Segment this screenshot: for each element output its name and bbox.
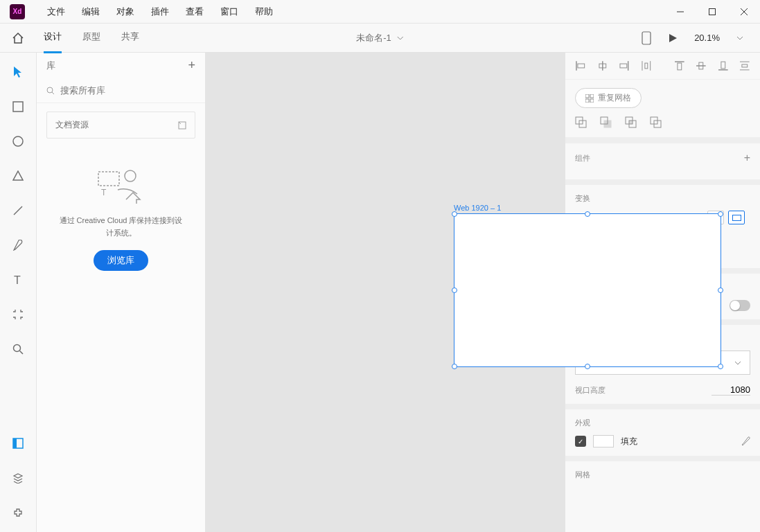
document-assets-button[interactable]: 文档资源 [46, 112, 195, 139]
svg-point-13 [47, 87, 53, 93]
subtract-icon[interactable] [600, 116, 612, 129]
repeat-grid-icon [585, 94, 594, 103]
back-icon [178, 121, 186, 130]
appearance-label: 外观 [575, 418, 590, 428]
document-title[interactable]: 未命名-1 [356, 32, 404, 44]
minimize-button[interactable] [664, 0, 696, 24]
eyedropper-icon[interactable] [741, 436, 750, 446]
zoom-value[interactable]: 20.1% [694, 33, 720, 43]
layers-panel-button[interactable] [10, 470, 26, 486]
library-panel: 库 + 文档资源 T 通过 Creative Cloud 库保持连接到设计系统。… [37, 53, 206, 532]
fill-checkbox[interactable]: ✓ [575, 436, 586, 447]
polygon-tool[interactable] [10, 168, 26, 184]
device-preview-icon[interactable] [642, 31, 651, 45]
boolean-ops [575, 116, 750, 129]
play-icon[interactable] [668, 33, 678, 43]
resize-handle-br[interactable] [718, 364, 723, 369]
resize-handle-tr[interactable] [718, 211, 723, 217]
menu-file[interactable]: 文件 [47, 6, 65, 18]
responsive-toggle[interactable] [730, 300, 750, 311]
svg-rect-1 [709, 8, 716, 15]
exclude-icon[interactable] [650, 116, 662, 129]
menu-edit[interactable]: 编辑 [82, 6, 100, 18]
tab-design[interactable]: 设计 [44, 22, 62, 53]
menu-plugins[interactable]: 插件 [151, 6, 169, 18]
distribute-v-icon[interactable] [739, 60, 750, 72]
appearance-section: 外观 ✓ 填充 [565, 404, 760, 456]
ellipse-tool[interactable] [10, 133, 26, 150]
library-search-input[interactable] [60, 85, 195, 96]
menu-view[interactable]: 查看 [186, 6, 204, 18]
tab-share[interactable]: 共享 [121, 22, 139, 53]
repeat-grid-label: 重复网格 [598, 92, 631, 104]
svg-rect-16 [98, 172, 119, 186]
tab-prototype[interactable]: 原型 [82, 22, 100, 53]
resize-handle-bm[interactable] [585, 364, 590, 369]
svg-rect-27 [645, 63, 648, 69]
line-tool[interactable] [10, 202, 26, 219]
svg-line-14 [52, 92, 54, 94]
svg-line-10 [20, 351, 24, 355]
search-icon [46, 87, 55, 95]
library-search[interactable] [37, 78, 205, 103]
pen-tool[interactable] [10, 237, 26, 254]
svg-point-6 [13, 136, 23, 146]
menu-help[interactable]: 帮助 [255, 6, 273, 18]
align-center-v-icon[interactable] [696, 60, 707, 72]
align-bottom-icon[interactable] [718, 60, 729, 72]
grid-section: 网格 [565, 456, 760, 495]
zoom-tool[interactable] [10, 341, 26, 357]
svg-point-17 [125, 170, 136, 181]
add-component-button[interactable]: + [744, 152, 750, 164]
maximize-button[interactable] [696, 0, 728, 24]
svg-rect-44 [604, 121, 611, 127]
fill-swatch[interactable] [593, 435, 614, 447]
svg-point-9 [14, 345, 21, 352]
title-bar: Xd 文件 编辑 对象 插件 查看 窗口 帮助 [0, 0, 760, 24]
resize-handle-tm[interactable] [585, 211, 590, 217]
align-top-icon[interactable] [674, 60, 685, 72]
zoom-chevron-icon[interactable] [736, 36, 743, 40]
svg-rect-24 [620, 64, 627, 68]
svg-rect-33 [721, 62, 725, 69]
svg-rect-40 [590, 99, 594, 103]
svg-rect-38 [590, 94, 594, 98]
app-icon: Xd [10, 4, 25, 19]
canvas-area[interactable]: Web 1920 – 1 [206, 53, 565, 532]
fill-label: 填充 [621, 436, 637, 447]
viewport-height-label: 视口高度 [575, 385, 606, 396]
landscape-button[interactable] [728, 211, 745, 224]
rectangle-tool[interactable] [10, 98, 26, 115]
align-right-icon[interactable] [619, 60, 630, 72]
close-button[interactable] [728, 0, 760, 24]
menu-object[interactable]: 对象 [116, 6, 134, 18]
resize-handle-ml[interactable] [452, 287, 457, 293]
libraries-panel-button[interactable] [10, 435, 26, 452]
align-center-h-icon[interactable] [597, 60, 608, 72]
artboard-tool[interactable] [10, 306, 26, 323]
menu-window[interactable]: 窗口 [220, 6, 238, 18]
union-icon[interactable] [575, 116, 587, 129]
resize-handle-bl[interactable] [452, 364, 457, 369]
artboard-label[interactable]: Web 1920 – 1 [454, 204, 501, 212]
library-title: 库 [46, 60, 55, 72]
resize-handle-tl[interactable] [452, 211, 457, 217]
home-button[interactable] [0, 32, 36, 44]
select-tool[interactable] [10, 64, 26, 80]
distribute-h-icon[interactable] [641, 60, 652, 72]
text-tool[interactable]: T [10, 272, 26, 288]
svg-rect-20 [578, 64, 585, 68]
library-illustration: T [37, 147, 205, 215]
svg-rect-12 [13, 438, 17, 448]
add-library-button[interactable]: + [188, 58, 195, 73]
browse-libraries-button[interactable]: 浏览库 [94, 250, 148, 271]
intersect-icon[interactable] [625, 116, 637, 129]
menu-bar: 文件 编辑 对象 插件 查看 窗口 帮助 [47, 6, 273, 18]
viewport-height-input[interactable] [712, 384, 750, 396]
align-left-icon[interactable] [575, 60, 586, 72]
repeat-grid-button[interactable]: 重复网格 [575, 88, 642, 108]
mode-bar-right: 20.1% [642, 31, 760, 45]
plugins-panel-button[interactable] [10, 504, 26, 521]
artboard[interactable] [454, 213, 721, 367]
resize-handle-mr[interactable] [718, 287, 723, 293]
